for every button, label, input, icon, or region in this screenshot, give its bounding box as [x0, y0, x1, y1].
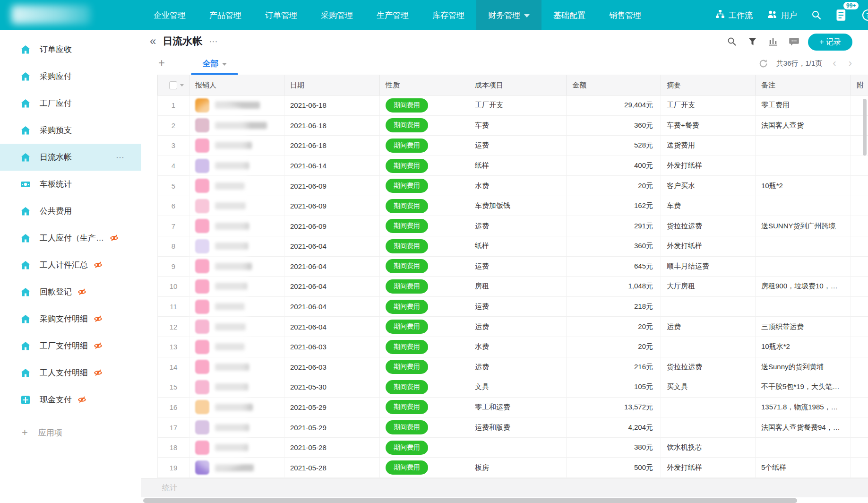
sidebar-item[interactable]: 采购应付 [0, 63, 141, 90]
table-row[interactable]: 19 2021-05-28 期间费用 板房 500元 外发打纸样 5个纸样 [157, 458, 868, 478]
add-record-button[interactable]: + 记录 [808, 34, 852, 51]
table-row[interactable]: 5 2021-06-09 期间费用 水费 20元 客户买水 10瓶*2 [157, 176, 868, 196]
col-attachment[interactable]: 附 [851, 75, 868, 95]
sidebar-item[interactable]: 采购预支 [0, 117, 141, 144]
nav-item[interactable]: 企业管理 [142, 0, 198, 30]
attachment-cell [851, 216, 868, 236]
table-row[interactable]: 15 2021-05-30 期间费用 文具 105元 买文具 不干胶5包*19，… [157, 377, 868, 398]
nav-item[interactable]: 产品管理 [198, 0, 253, 30]
reporter-cell [189, 196, 284, 216]
search-icon[interactable] [727, 37, 737, 46]
horizontal-scrollbar[interactable] [141, 498, 868, 503]
reporter-cell [189, 95, 284, 115]
item-more-icon[interactable]: ⋯ [116, 152, 125, 163]
amount-cell: 360元 [566, 116, 661, 136]
refresh-icon[interactable] [759, 59, 768, 68]
tab-all-label: 全部 [203, 58, 219, 69]
vertical-scrollbar-thumb[interactable] [863, 99, 867, 156]
users-label: 用户 [781, 10, 797, 21]
date-cell: 2021-06-04 [284, 257, 379, 277]
sidebar-item[interactable]: 工人支付明细 [0, 359, 141, 386]
collapse-sidebar-icon[interactable]: « [150, 34, 156, 48]
col-summary[interactable]: 摘要 [661, 75, 755, 95]
select-all-checkbox[interactable] [169, 81, 177, 89]
nav-item[interactable]: 生产管理 [365, 0, 421, 30]
filter-icon[interactable] [748, 37, 757, 46]
table-row[interactable]: 7 2021-06-09 期间费用 运费 291元 货拉拉运费 送SUNNY货到… [157, 216, 868, 236]
table-row[interactable]: 6 2021-06-09 期间费用 车费加饭钱 162元 车费 [157, 196, 868, 217]
table-row[interactable]: 11 2021-06-04 期间费用 运费 218元 [157, 297, 868, 317]
col-cost[interactable]: 成本项目 [469, 75, 566, 95]
sidebar-item[interactable]: 车板统计 [0, 171, 141, 198]
nav-item-label: 基础配置 [553, 10, 585, 21]
sidebar-item[interactable]: 回款登记 [0, 278, 141, 305]
nav-item[interactable]: 销售管理 [597, 0, 653, 30]
sidebar-item[interactable]: 现金支付 [0, 386, 141, 413]
row-number: 5 [157, 176, 189, 196]
col-date[interactable]: 日期 [284, 75, 379, 95]
nav-item[interactable]: 基础配置 [541, 0, 597, 30]
nav-item[interactable]: 财务管理 [476, 0, 541, 30]
row-number: 4 [157, 156, 189, 176]
horizontal-scrollbar-thumb[interactable] [143, 498, 797, 503]
table-row[interactable]: 1 2021-06-18 期间费用 工厂开支 29,404元 工厂开支 零工费用 [157, 95, 868, 116]
sidebar-item[interactable]: 工厂支付明细 [0, 332, 141, 359]
notifications-button[interactable]: 99+ [836, 9, 847, 22]
table-row[interactable]: 17 2021-05-29 期间费用 运费和版费 4,204元 法国客人查货餐费… [157, 417, 868, 438]
cost-item-cell: 运费 [469, 357, 566, 377]
row-number: 17 [157, 417, 189, 437]
reporter-name-blurred [215, 202, 245, 209]
select-caret-icon[interactable] [180, 84, 184, 87]
table-row[interactable]: 3 2021-06-18 期间费用 运费 528元 送货费用 [157, 136, 868, 156]
tab-all[interactable]: 全部 [191, 53, 238, 73]
nature-badge: 期间费用 [386, 259, 428, 273]
reporter-cell [189, 458, 284, 477]
sidebar-item[interactable]: 采购支付明细 [0, 305, 141, 332]
amount-cell: 218元 [566, 297, 661, 317]
table-row[interactable]: 4 2021-06-14 期间费用 纸样 400元 外发打纸样 [157, 156, 868, 176]
sidebar-item[interactable]: 工人计件汇总 [0, 252, 141, 278]
sidebar-item[interactable]: 日流水帐 ⋯ [0, 144, 141, 171]
table-row[interactable]: 16 2021-05-29 期间费用 零工和运费 13,572元 13571.8… [157, 398, 868, 418]
table-row[interactable]: 14 2021-06-03 期间费用 运费 216元 货拉拉运费 送Sunny的… [157, 357, 868, 378]
avatar [195, 179, 209, 193]
page-more-icon[interactable]: ⋯ [209, 36, 219, 47]
col-reporter[interactable]: 报销人 [189, 75, 284, 95]
chart-icon[interactable] [768, 37, 778, 46]
nature-cell: 期间费用 [379, 417, 469, 437]
add-app-item-label: 应用项 [38, 427, 62, 438]
col-note[interactable]: 备注 [755, 75, 851, 95]
nav-item[interactable]: 采购管理 [309, 0, 365, 30]
row-number: 3 [157, 136, 189, 156]
sidebar-item[interactable]: 工厂应付 [0, 90, 141, 117]
nature-cell: 期间费用 [379, 216, 469, 236]
workflow-button[interactable]: 工作流 [715, 9, 753, 21]
table-row[interactable]: 2 2021-06-18 期间费用 车费 360元 车费+餐费 法国客人查货 [157, 116, 868, 136]
table-row[interactable]: 12 2021-06-04 期间费用 运费 20元 运费 三顶织带运费 [157, 317, 868, 337]
sidebar-item[interactable]: 工人应付（生产… [0, 225, 141, 252]
comment-icon[interactable] [789, 37, 799, 46]
table-row[interactable]: 9 2021-06-04 期间费用 运费 645元 顺丰月结运费 [157, 257, 868, 277]
col-nature[interactable]: 性质 [379, 75, 469, 95]
nav-item[interactable]: 订单管理 [253, 0, 309, 30]
prev-page-icon[interactable]: ‹ [831, 57, 838, 69]
sidebar-item[interactable]: 公共费用 [0, 198, 141, 225]
nav-item[interactable]: 库存管理 [421, 0, 476, 30]
note-cell [755, 156, 851, 176]
amount-cell: 291元 [566, 216, 661, 236]
sidebar-item-label: 回款登记 [40, 286, 72, 297]
users-button[interactable]: 用户 [767, 10, 797, 21]
help-icon[interactable]: ? [861, 9, 868, 22]
statistics-bar[interactable]: 统计 [141, 478, 868, 497]
table-row[interactable]: 10 2021-06-04 期间费用 房租 1,048元 大厅房租 房租900，… [157, 277, 868, 297]
add-app-item-button[interactable]: + 应用项 [0, 421, 141, 444]
table-row[interactable]: 13 2021-06-03 期间费用 水费 20元 10瓶水*2 [157, 337, 868, 357]
table-row[interactable]: 8 2021-06-04 期间费用 纸样 360元 外发打纸样 [157, 236, 868, 257]
add-view-icon[interactable]: + [158, 56, 165, 69]
global-search-button[interactable] [811, 10, 822, 20]
note-cell: 送Sunny的货到黄埔 [755, 357, 851, 377]
table-row[interactable]: 18 2021-05-28 期间费用 380元 饮水机换芯 [157, 438, 868, 458]
sidebar-item[interactable]: 订单应收 [0, 36, 141, 63]
next-page-icon[interactable]: › [847, 57, 854, 69]
col-amount[interactable]: 金额 [566, 75, 661, 95]
